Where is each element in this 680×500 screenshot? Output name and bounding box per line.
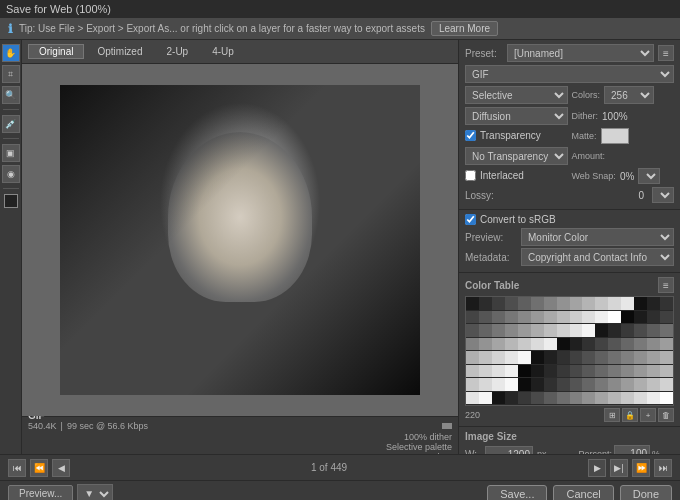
color-cell[interactable] <box>660 324 673 337</box>
color-cell[interactable] <box>518 311 531 324</box>
color-cell[interactable] <box>608 392 621 405</box>
color-cell[interactable] <box>647 351 660 364</box>
color-cell[interactable] <box>582 392 595 405</box>
color-cell[interactable] <box>621 324 634 337</box>
next-frame-button[interactable]: ▶| <box>610 459 628 477</box>
color-cell[interactable] <box>479 297 492 310</box>
hand-tool-button[interactable]: ✋ <box>2 44 20 62</box>
color-cell[interactable] <box>582 378 595 391</box>
tab-original[interactable]: Original <box>28 44 84 59</box>
color-cell[interactable] <box>621 338 634 351</box>
color-cell[interactable] <box>660 311 673 324</box>
color-cell[interactable] <box>466 297 479 310</box>
color-cell[interactable] <box>544 338 557 351</box>
transparency-checkbox[interactable] <box>465 130 476 141</box>
ct-map-button[interactable]: ⊞ <box>604 408 620 422</box>
color-cell[interactable] <box>570 378 583 391</box>
color-cell[interactable] <box>544 324 557 337</box>
color-cell[interactable] <box>492 392 505 405</box>
color-cell[interactable] <box>518 351 531 364</box>
color-cell[interactable] <box>660 392 673 405</box>
color-cell[interactable] <box>570 351 583 364</box>
color-cell[interactable] <box>570 392 583 405</box>
color-cell[interactable] <box>479 338 492 351</box>
lossy-select[interactable]: ▼ <box>652 187 674 203</box>
color-cell[interactable] <box>582 351 595 364</box>
color-cell[interactable] <box>531 378 544 391</box>
color-cell[interactable] <box>595 297 608 310</box>
color-cell[interactable] <box>466 338 479 351</box>
color-cell[interactable] <box>570 311 583 324</box>
color-cell[interactable] <box>557 338 570 351</box>
colors-select[interactable]: 248163264128256 <box>604 86 654 104</box>
color-cell[interactable] <box>518 365 531 378</box>
color-cell[interactable] <box>505 365 518 378</box>
color-cell[interactable] <box>466 324 479 337</box>
color-cell[interactable] <box>505 338 518 351</box>
color-cell[interactable] <box>570 297 583 310</box>
color-cell[interactable] <box>595 338 608 351</box>
color-cell[interactable] <box>660 351 673 364</box>
color-cell[interactable] <box>634 365 647 378</box>
color-table-menu-button[interactable]: ≡ <box>658 277 674 293</box>
color-cell[interactable] <box>531 338 544 351</box>
color-cell[interactable] <box>466 392 479 405</box>
color-cell[interactable] <box>595 392 608 405</box>
color-cell[interactable] <box>608 365 621 378</box>
done-button[interactable]: Done <box>620 485 672 501</box>
color-cell[interactable] <box>479 365 492 378</box>
color-cell[interactable] <box>557 392 570 405</box>
color-cell[interactable] <box>634 338 647 351</box>
color-cell[interactable] <box>621 392 634 405</box>
ct-delete-button[interactable]: 🗑 <box>658 408 674 422</box>
color-cell[interactable] <box>492 351 505 364</box>
toggle-slices-button[interactable]: ▣ <box>2 144 20 162</box>
color-cell[interactable] <box>634 311 647 324</box>
color-cell[interactable] <box>634 392 647 405</box>
first-frame-button[interactable]: ⏮ <box>8 459 26 477</box>
color-cell[interactable] <box>544 297 557 310</box>
color-cell[interactable] <box>621 378 634 391</box>
color-cell[interactable] <box>557 378 570 391</box>
browser-select[interactable]: ▼ <box>77 484 113 501</box>
color-cell[interactable] <box>544 392 557 405</box>
color-cell[interactable] <box>557 297 570 310</box>
color-cell[interactable] <box>595 311 608 324</box>
color-cell[interactable] <box>479 378 492 391</box>
save-button[interactable]: Save... <box>487 485 547 501</box>
color-cell[interactable] <box>479 311 492 324</box>
last-frame-button[interactable]: ⏭ <box>654 459 672 477</box>
color-cell[interactable] <box>595 365 608 378</box>
color-cell[interactable] <box>492 297 505 310</box>
tab-optimized[interactable]: Optimized <box>86 44 153 59</box>
color-cell[interactable] <box>479 392 492 405</box>
color-cell[interactable] <box>608 297 621 310</box>
color-cell[interactable] <box>608 324 621 337</box>
width-input[interactable] <box>485 446 533 455</box>
color-cell[interactable] <box>557 311 570 324</box>
percent-input[interactable] <box>614 445 650 454</box>
color-cell[interactable] <box>634 378 647 391</box>
prev-button[interactable]: ⏪ <box>30 459 48 477</box>
color-cell[interactable] <box>492 365 505 378</box>
color-cell[interactable] <box>531 297 544 310</box>
format-select[interactable]: GIFPNG-8PNG-24JPEGWBMPSVG <box>465 65 674 83</box>
color-cell[interactable] <box>570 365 583 378</box>
color-cell[interactable] <box>531 392 544 405</box>
color-cell[interactable] <box>544 311 557 324</box>
color-cell[interactable] <box>570 338 583 351</box>
learn-more-button[interactable]: Learn More <box>431 21 498 36</box>
dither-select[interactable]: No DitherDiffusionNoisePattern <box>465 107 568 125</box>
tab-4up[interactable]: 4-Up <box>201 44 245 59</box>
eyedropper-tool-button[interactable]: 💉 <box>2 115 20 133</box>
color-cell[interactable] <box>518 324 531 337</box>
color-cell[interactable] <box>582 365 595 378</box>
color-cell[interactable] <box>582 297 595 310</box>
color-cell[interactable] <box>570 324 583 337</box>
matte-color-swatch[interactable] <box>601 128 629 144</box>
interlaced-checkbox[interactable] <box>465 170 476 181</box>
color-cell[interactable] <box>557 324 570 337</box>
preview-select[interactable]: Monitor ColorLegacy Macintosh (Gamma 1.8… <box>521 228 674 246</box>
color-cell[interactable] <box>479 351 492 364</box>
color-cell[interactable] <box>647 392 660 405</box>
